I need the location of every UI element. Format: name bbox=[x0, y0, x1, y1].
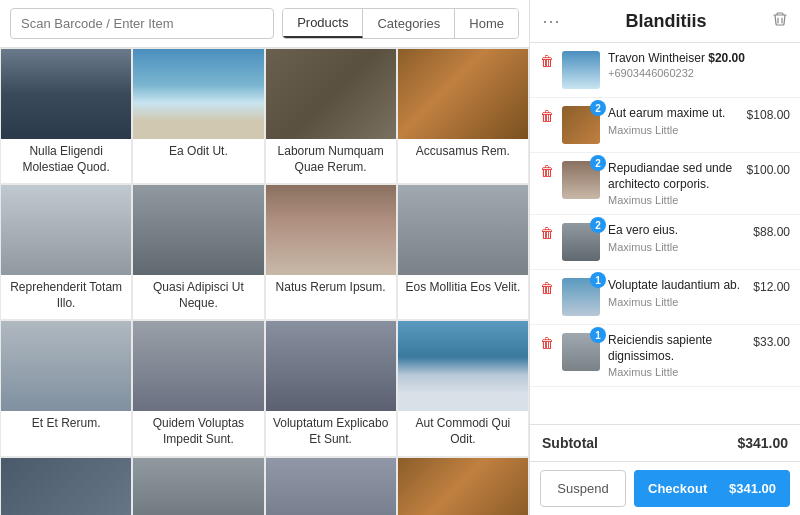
cart-actions: Suspend Checkout $341.00 bbox=[530, 461, 800, 515]
product-label-2: Ea Odit Ut. bbox=[133, 139, 263, 168]
cart-item: 🗑 1 Voluptate laudantium ab. Maximus Lit… bbox=[530, 270, 800, 325]
product-label-6: Quasi Adipisci Ut Neque. bbox=[133, 275, 263, 319]
cart-item-price-4: $88.00 bbox=[753, 225, 790, 239]
product-item[interactable]: Et Et Rerum. bbox=[0, 320, 132, 456]
cart-item-info-1: Travon Wintheiser $20.00 +6903446060232 bbox=[608, 51, 790, 79]
checkout-button[interactable]: Checkout $341.00 bbox=[634, 470, 790, 507]
product-image-16 bbox=[398, 458, 528, 515]
product-item[interactable]: Quidem Voluptas Impedit Sunt. bbox=[132, 320, 264, 456]
cart-item-price-5: $12.00 bbox=[753, 280, 790, 294]
product-item[interactable]: Eos Mollitia Eos Velit. bbox=[397, 184, 529, 320]
cart-item-name-6: Reiciendis sapiente dignissimos. bbox=[608, 333, 745, 364]
product-item[interactable]: Laborum Numquam Quae Rerum. bbox=[265, 48, 397, 184]
cart-item-thumb-2: 2 bbox=[562, 106, 600, 144]
product-image-10 bbox=[133, 321, 263, 411]
cart-item-price-6: $33.00 bbox=[753, 335, 790, 349]
cart-item-sub-2: Maximus Little bbox=[608, 124, 739, 136]
product-label-7: Natus Rerum Ipsum. bbox=[266, 275, 396, 304]
cart-item-thumb-6: 1 bbox=[562, 333, 600, 371]
cart-item-sub-5: Maximus Little bbox=[608, 296, 745, 308]
cart-item-thumb-4: 2 bbox=[562, 223, 600, 261]
cart-item-delete-3[interactable]: 🗑 bbox=[540, 163, 554, 179]
tab-home[interactable]: Home bbox=[455, 9, 518, 38]
cart-item: 🗑 1 Reiciendis sapiente dignissimos. Max… bbox=[530, 325, 800, 387]
cart-item-info-2: Aut earum maxime ut. Maximus Little bbox=[608, 106, 739, 136]
suspend-button[interactable]: Suspend bbox=[540, 470, 626, 507]
subtotal-value: $341.00 bbox=[737, 435, 788, 451]
product-image-6 bbox=[133, 185, 263, 275]
cart-item-price-3: $100.00 bbox=[747, 163, 790, 177]
product-image-9 bbox=[1, 321, 131, 411]
product-image-1 bbox=[1, 49, 131, 139]
cart-title: Blanditiis bbox=[625, 11, 706, 32]
tab-products[interactable]: Products bbox=[283, 9, 363, 38]
product-image-7 bbox=[266, 185, 396, 275]
search-input[interactable] bbox=[10, 8, 274, 39]
cart-item-sub-3: Maximus Little bbox=[608, 194, 739, 206]
cart-item-sub-6: Maximus Little bbox=[608, 366, 745, 378]
tab-categories[interactable]: Categories bbox=[363, 9, 455, 38]
product-image-5 bbox=[1, 185, 131, 275]
product-image-2 bbox=[133, 49, 263, 139]
cart-item-thumb-3: 2 bbox=[562, 161, 600, 199]
cart-item-info-5: Voluptate laudantium ab. Maximus Little bbox=[608, 278, 745, 308]
product-item[interactable] bbox=[0, 457, 132, 515]
cart-item-thumb-img-1 bbox=[562, 51, 600, 89]
product-label-1: Nulla Eligendi Molestiae Quod. bbox=[1, 139, 131, 183]
product-item[interactable]: Nulla Eligendi Molestiae Quod. bbox=[0, 48, 132, 184]
cart-item: 🗑 2 Repudiandae sed unde architecto corp… bbox=[530, 153, 800, 215]
cart-item-delete-5[interactable]: 🗑 bbox=[540, 280, 554, 296]
cart-item-sub-1: +6903446060232 bbox=[608, 67, 790, 79]
cart-item-thumb-5: 1 bbox=[562, 278, 600, 316]
cart-item-qty-badge-4: 2 bbox=[590, 217, 606, 233]
cart-header: ⋯ Blanditiis bbox=[530, 0, 800, 43]
subtotal-row: Subtotal $341.00 bbox=[530, 424, 800, 461]
cart-item-name-5: Voluptate laudantium ab. bbox=[608, 278, 745, 294]
subtotal-label: Subtotal bbox=[542, 435, 598, 451]
cart-item-name-1: Travon Wintheiser $20.00 bbox=[608, 51, 745, 65]
product-image-12 bbox=[398, 321, 528, 411]
product-item[interactable]: Quasi Adipisci Ut Neque. bbox=[132, 184, 264, 320]
product-image-15 bbox=[266, 458, 396, 515]
product-image-11 bbox=[266, 321, 396, 411]
product-image-14 bbox=[133, 458, 263, 515]
more-options-icon[interactable]: ⋯ bbox=[542, 10, 560, 32]
checkout-amount: $341.00 bbox=[729, 481, 776, 496]
product-label-9: Et Et Rerum. bbox=[1, 411, 131, 440]
cart-item-delete-1[interactable]: 🗑 bbox=[540, 53, 554, 69]
cart-item-name-4: Ea vero eius. bbox=[608, 223, 745, 239]
product-item[interactable] bbox=[265, 457, 397, 515]
product-item[interactable]: Aut Commodi Qui Odit. bbox=[397, 320, 529, 456]
product-item[interactable]: Ea Odit Ut. bbox=[132, 48, 264, 184]
product-item[interactable] bbox=[397, 457, 529, 515]
product-image-4 bbox=[398, 49, 528, 139]
tab-group: Products Categories Home bbox=[282, 8, 519, 39]
cart-item-name-3: Repudiandae sed unde architecto corporis… bbox=[608, 161, 739, 192]
trash-icon[interactable] bbox=[772, 11, 788, 31]
cart-item-delete-2[interactable]: 🗑 bbox=[540, 108, 554, 124]
cart-item-sub-4: Maximus Little bbox=[608, 241, 745, 253]
product-image-3 bbox=[266, 49, 396, 139]
cart-item: 🗑 2 Aut earum maxime ut. Maximus Little … bbox=[530, 98, 800, 153]
cart-item-delete-4[interactable]: 🗑 bbox=[540, 225, 554, 241]
product-item[interactable] bbox=[132, 457, 264, 515]
product-label-12: Aut Commodi Qui Odit. bbox=[398, 411, 528, 455]
product-image-13 bbox=[1, 458, 131, 515]
cart-item-thumb-1 bbox=[562, 51, 600, 89]
cart-item-info-3: Repudiandae sed unde architecto corporis… bbox=[608, 161, 739, 206]
product-item[interactable]: Natus Rerum Ipsum. bbox=[265, 184, 397, 320]
cart-item: 🗑 2 Ea vero eius. Maximus Little $88.00 bbox=[530, 215, 800, 270]
cart-item: 🗑 Travon Wintheiser $20.00 +690344606023… bbox=[530, 43, 800, 98]
cart-item-delete-6[interactable]: 🗑 bbox=[540, 335, 554, 351]
product-label-8: Eos Mollitia Eos Velit. bbox=[398, 275, 528, 304]
cart-item-info-6: Reiciendis sapiente dignissimos. Maximus… bbox=[608, 333, 745, 378]
product-item[interactable]: Reprehenderit Totam Illo. bbox=[0, 184, 132, 320]
product-label-4: Accusamus Rem. bbox=[398, 139, 528, 168]
product-item[interactable]: Accusamus Rem. bbox=[397, 48, 529, 184]
product-image-8 bbox=[398, 185, 528, 275]
product-label-10: Quidem Voluptas Impedit Sunt. bbox=[133, 411, 263, 455]
cart-item-qty-badge-3: 2 bbox=[590, 155, 606, 171]
product-label-11: Voluptatum Explicabo Et Sunt. bbox=[266, 411, 396, 455]
cart-item-info-4: Ea vero eius. Maximus Little bbox=[608, 223, 745, 253]
product-item[interactable]: Voluptatum Explicabo Et Sunt. bbox=[265, 320, 397, 456]
